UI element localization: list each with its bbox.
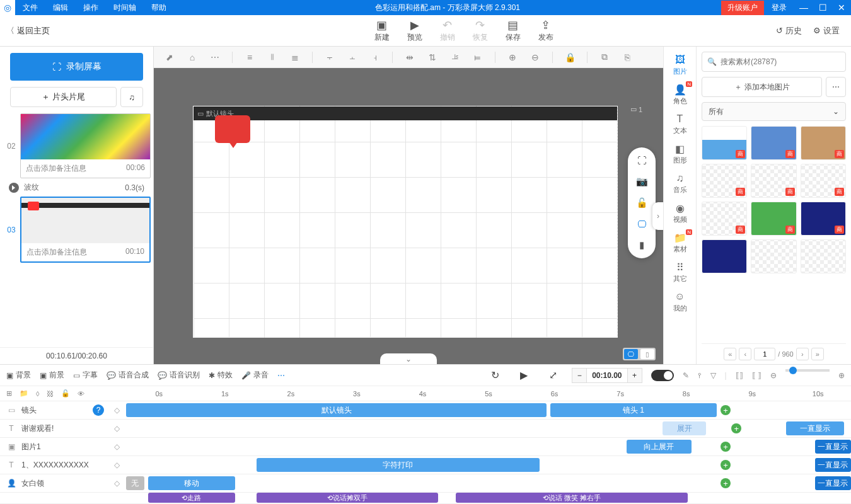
asset-item[interactable]: 商 (751, 202, 796, 236)
effect-button[interactable]: ✱特效 (209, 370, 233, 381)
asset-item[interactable] (702, 239, 747, 273)
clip-shot-1[interactable]: 镜头 1 (550, 403, 717, 417)
copy-icon[interactable]: ⧉ (599, 52, 610, 62)
scene-item[interactable]: 02 点击添加备注信息00:06 (3, 113, 151, 178)
unlock-icon[interactable]: 🔓 (636, 197, 648, 209)
close-button[interactable]: ✕ (832, 0, 851, 15)
asset-search[interactable]: 🔍 (702, 52, 846, 72)
tool-icon[interactable]: ⛓ (47, 390, 54, 398)
zoom-out-icon[interactable]: ⊖ (770, 371, 777, 380)
add-marker[interactable]: + (721, 405, 731, 415)
asset-item[interactable]: 商 (801, 202, 846, 236)
cat-music[interactable]: ♫音乐 (664, 170, 696, 197)
monitor-icon[interactable]: 🖵 (637, 219, 647, 229)
clip-always-show[interactable]: 一直显示 (815, 440, 852, 454)
menu-edit[interactable]: 编辑 (45, 3, 76, 13)
canvas-frame[interactable]: ▭ 默认镜头 ▭ 1 (193, 106, 618, 338)
asset-item[interactable]: 商 (702, 126, 747, 160)
asset-item[interactable]: 商 (751, 126, 796, 160)
edit-icon[interactable]: ✎ (683, 371, 689, 380)
timeline-ruler[interactable]: ⊞ 📁 ◊ ⛓ 🔓 👁 0s 1s 2s 3s 4s 5s 6s 7s 8s 9… (0, 386, 851, 401)
in-icon[interactable]: ⟦⟧ (736, 371, 743, 380)
redo-button[interactable]: ↷恢复 (473, 18, 488, 43)
asset-item[interactable] (751, 239, 796, 273)
more-tools[interactable]: ⋯ (277, 371, 285, 380)
align-right-icon[interactable]: ≣ (289, 52, 301, 62)
add-marker[interactable]: + (721, 478, 731, 488)
publish-button[interactable]: ⇪发布 (538, 18, 553, 43)
tool-icon[interactable]: 📁 (20, 389, 28, 398)
record-audio-button[interactable]: 🎤录音 (241, 370, 269, 381)
new-button[interactable]: ▣新建 (374, 18, 390, 43)
eye-icon[interactable]: 👁 (78, 390, 84, 398)
funnel-icon[interactable]: ▽ (710, 371, 716, 380)
tool-icon[interactable]: ◊ (36, 390, 39, 398)
clip-none[interactable]: 无 (126, 476, 144, 490)
cat-material[interactable]: 📁素材N (664, 229, 696, 256)
save-button[interactable]: ▤保存 (506, 18, 521, 43)
head-tail-button[interactable]: ＋片头片尾 (10, 87, 117, 107)
distribute-v-icon[interactable]: ⇅ (427, 52, 438, 62)
cat-image[interactable]: 🖼图片 (664, 52, 696, 79)
record-screen-button[interactable]: ⛶录制屏幕 (10, 53, 143, 81)
asset-filter-dropdown[interactable]: 所有⌄ (702, 102, 846, 121)
clip-always-show[interactable]: 一直显示 (815, 476, 852, 490)
clip-char-print[interactable]: 字符打印 (257, 458, 540, 472)
clip-talk-smile[interactable]: ⟲ 说话 微笑 摊右手 (456, 493, 688, 503)
filter-icon[interactable]: ⫯ (698, 371, 702, 380)
clip-always-show[interactable]: 一直显示 (786, 421, 844, 435)
align-top-icon[interactable]: ⫟ (324, 52, 335, 62)
asset-item[interactable]: 商 (801, 126, 846, 160)
home-icon[interactable]: ⌂ (187, 52, 198, 62)
menu-file[interactable]: 文件 (15, 3, 45, 13)
speech-bubble-shape[interactable] (215, 115, 250, 143)
add-marker[interactable]: + (721, 442, 731, 452)
lock-icon[interactable]: 🔓 (61, 389, 70, 398)
align-left-icon[interactable]: ≡ (244, 52, 255, 62)
zoom-in-icon[interactable]: ⊕ (507, 52, 518, 62)
login-button[interactable]: 登录 (764, 1, 794, 15)
bg-button[interactable]: ▣背景 (6, 370, 31, 381)
distribute-icon[interactable]: ⫢ (472, 52, 483, 62)
clip-expand[interactable]: 展开 (663, 421, 706, 435)
zoom-in-icon[interactable]: ⊕ (838, 371, 845, 380)
cat-text[interactable]: T文本 (664, 111, 696, 138)
clip-move[interactable]: 移动 (148, 476, 235, 490)
align-center-h-icon[interactable]: ⫴ (267, 52, 278, 62)
clip-always-show[interactable]: 一直显示 (815, 458, 852, 472)
settings-button[interactable]: ⚙设置 (813, 25, 840, 37)
scene-note[interactable]: 点击添加备注信息 (26, 163, 86, 174)
asset-search-input[interactable] (721, 57, 840, 66)
cat-video[interactable]: ◉视频 (664, 200, 696, 227)
menu-help[interactable]: 帮助 (144, 3, 174, 13)
add-local-image-button[interactable]: ＋添加本地图片 (702, 77, 822, 97)
cat-shape[interactable]: ◧图形 (664, 140, 696, 168)
pager-input[interactable] (754, 348, 775, 360)
minimize-button[interactable]: — (794, 0, 813, 15)
time-minus[interactable]: − (572, 368, 587, 383)
replay-button[interactable]: ↻ (487, 368, 502, 383)
align-bottom-icon[interactable]: ⫞ (369, 52, 381, 62)
zoom-out-icon[interactable]: ⊖ (530, 52, 541, 62)
stage[interactable]: ▭ 默认镜头 ▭ 1 ⛶ 📷 🔓 🖵 ▮ › ⌄ 🖵 ▯ (154, 68, 663, 364)
out-icon[interactable]: ⟦ ⟧ (752, 371, 761, 380)
menu-action[interactable]: 操作 (76, 3, 106, 13)
scene-note[interactable]: 点击添加备注信息 (26, 247, 87, 258)
transition-play-icon[interactable] (9, 183, 19, 193)
time-plus[interactable]: + (627, 368, 642, 383)
clip-walk[interactable]: ⟲ 走路 (148, 493, 235, 503)
clip-expand-up[interactable]: 向上展开 (627, 440, 692, 454)
add-marker[interactable]: + (721, 460, 731, 470)
asset-item[interactable]: 商 (751, 164, 796, 198)
asset-item[interactable]: 商 (801, 164, 846, 198)
pager-next[interactable]: › (796, 348, 809, 360)
pager-first[interactable]: « (724, 348, 736, 360)
panel-expand-handle[interactable]: › (652, 202, 663, 230)
mobile-icon[interactable]: ▮ (639, 239, 644, 251)
distribute-h-icon[interactable]: ⇹ (404, 52, 415, 62)
fg-button[interactable]: ▣前景 (40, 370, 64, 381)
tts-button[interactable]: 💬语音合成 (107, 370, 149, 381)
device-desktop[interactable]: 🖵 (624, 349, 638, 359)
more-icon[interactable]: ⋯ (209, 52, 221, 62)
clip-talk-hands[interactable]: ⟲ 说话摊双手 (257, 493, 438, 503)
